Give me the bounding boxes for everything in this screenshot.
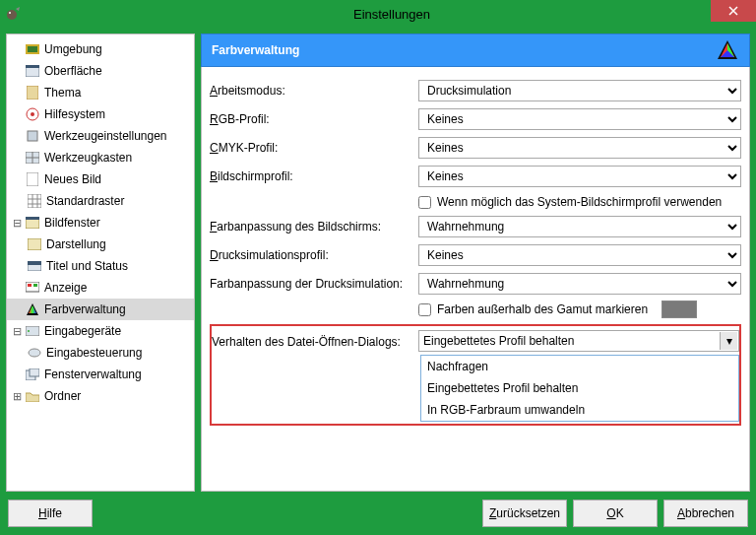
input-devices-icon	[25, 323, 40, 339]
rgb-label: RGB-Profil:	[210, 112, 418, 126]
screenadj-label: Farbanpassung des Bildschirms:	[210, 220, 418, 234]
theme-icon	[25, 85, 40, 100]
highlighted-dropdown-area: Verhalten des Datei-Öffnen-Dialogs: Eing…	[210, 324, 741, 426]
printsim-select[interactable]: Keines	[418, 244, 741, 266]
expander-icon[interactable]: ⊟	[11, 217, 23, 230]
openfile-current: Eingebettetes Profil behalten	[423, 334, 574, 348]
sidebar-item-farbverwaltung[interactable]: Farbverwaltung	[7, 299, 194, 320]
button-bar: Hilfe Zurücksetzen OK Abbrechen	[6, 492, 750, 529]
rgb-select[interactable]: Keines	[418, 108, 741, 130]
svg-rect-3	[28, 46, 37, 52]
color-mgmt-icon	[25, 301, 40, 317]
section-title: Farbverwaltung	[212, 43, 299, 57]
expander-icon[interactable]: ⊞	[11, 390, 23, 403]
svg-rect-14	[28, 194, 41, 208]
chevron-down-icon: ▾	[720, 332, 737, 350]
sidebar-item-titelstatus[interactable]: Titel und Status	[7, 255, 194, 277]
screen-select[interactable]: Keines	[418, 166, 741, 187]
gamut-label: Farben außerhalb des Gamut markieren	[437, 302, 648, 316]
sidebar-item-bildfenster[interactable]: ⊟Bildfenster	[7, 212, 194, 234]
color-triangle-icon	[716, 38, 739, 62]
svg-point-1	[9, 12, 11, 14]
svg-point-26	[28, 330, 30, 332]
svg-point-0	[7, 10, 17, 20]
svg-rect-22	[33, 284, 37, 287]
svg-rect-29	[30, 368, 39, 376]
openfile-dropdown-list: Nachfragen Eingebettetes Profil behalten…	[420, 355, 739, 422]
sidebar-item-anzeige[interactable]: Anzeige	[7, 277, 194, 299]
ok-button[interactable]: OK	[573, 500, 658, 527]
sidebar-item-werkzeugeinst[interactable]: Werkzeugeinstellungen	[7, 125, 194, 147]
help-button[interactable]: Hilfe	[8, 500, 93, 527]
system-profile-checkbox[interactable]	[418, 196, 431, 209]
sidebar-item-werkzeugkasten[interactable]: Werkzeugkasten	[7, 147, 194, 168]
grid-icon	[27, 193, 42, 209]
gamut-color-swatch[interactable]	[662, 301, 697, 318]
openfile-option[interactable]: Nachfragen	[421, 356, 738, 377]
appearance-icon	[27, 236, 42, 252]
sidebar-item-umgebung[interactable]: Umgebung	[7, 38, 194, 60]
title-icon	[27, 258, 42, 274]
svg-rect-17	[28, 238, 41, 250]
reset-button[interactable]: Zurücksetzen	[482, 500, 567, 527]
mode-select[interactable]: Drucksimulation	[418, 80, 741, 101]
sidebar-item-eingabesteuerung[interactable]: Eingabesteuerung	[7, 342, 194, 364]
svg-point-8	[31, 112, 34, 116]
close-button[interactable]	[711, 0, 756, 22]
close-icon	[728, 6, 738, 16]
env-icon	[25, 41, 40, 57]
openfile-select[interactable]: Eingebettetes Profil behalten ▾	[418, 330, 739, 352]
sidebar-item-thema[interactable]: Thema	[7, 82, 194, 103]
svg-rect-19	[28, 261, 41, 265]
app-icon	[6, 6, 22, 22]
sidebar-item-hilfesystem[interactable]: Hilfesystem	[7, 103, 194, 125]
sidebar-item-oberflaeche[interactable]: Oberfläche	[7, 60, 194, 82]
new-image-icon	[25, 171, 40, 187]
folder-icon	[25, 388, 40, 404]
image-window-icon	[25, 215, 40, 231]
window-mgmt-icon	[25, 367, 40, 382]
sidebar: Umgebung Oberfläche Thema Hilfesystem We…	[6, 33, 195, 492]
cmyk-select[interactable]: Keines	[418, 137, 741, 159]
toolbox-icon	[25, 150, 40, 166]
printadj-label: Farbanpassung der Drucksimulation:	[210, 277, 418, 291]
expander-icon[interactable]: ⊟	[11, 325, 23, 338]
sidebar-item-darstellung[interactable]: Darstellung	[7, 234, 194, 255]
sidebar-item-standardraster[interactable]: Standardraster	[7, 190, 194, 212]
svg-rect-6	[27, 86, 38, 100]
svg-rect-13	[27, 172, 38, 186]
screenadj-select[interactable]: Wahrnehmung	[418, 216, 741, 237]
form-panel: Arbeitsmodus:Drucksimulation RGB-Profil:…	[201, 67, 750, 492]
window-title: Einstellungen	[28, 7, 756, 22]
svg-rect-9	[28, 131, 37, 141]
help-icon	[25, 106, 40, 122]
input-ctrl-icon	[27, 345, 42, 361]
screen-label: Bildschirmprofil:	[210, 169, 418, 183]
tool-settings-icon	[25, 128, 40, 144]
svg-rect-16	[26, 217, 39, 220]
mode-label: Arbeitsmodus:	[210, 84, 418, 98]
openfile-option[interactable]: Eingebettetes Profil behalten	[421, 377, 738, 399]
sidebar-item-fensterverwaltung[interactable]: Fensterverwaltung	[7, 364, 194, 385]
titlebar: Einstellungen	[0, 0, 756, 28]
printadj-select[interactable]: Wahrnehmung	[418, 273, 741, 295]
ui-icon	[25, 63, 40, 79]
sidebar-item-ordner[interactable]: ⊞Ordner	[7, 385, 194, 407]
cmyk-label: CMYK-Profil:	[210, 141, 418, 155]
openfile-option[interactable]: In RGB-Farbraum umwandeln	[421, 399, 738, 421]
svg-rect-21	[28, 284, 32, 287]
section-header: Farbverwaltung	[201, 33, 750, 67]
gamut-checkbox[interactable]	[418, 303, 431, 316]
sidebar-item-neuesbild[interactable]: Neues Bild	[7, 168, 194, 190]
display-icon	[25, 280, 40, 296]
system-profile-label: Wenn möglich das System-Bildschirmprofil…	[437, 195, 722, 209]
svg-rect-5	[26, 65, 39, 68]
svg-point-27	[29, 349, 40, 357]
sidebar-item-eingabegeraete[interactable]: ⊟Eingabegeräte	[7, 320, 194, 342]
printsim-label: Drucksimulationsprofil:	[210, 248, 418, 262]
openfile-label: Verhalten des Datei-Öffnen-Dialogs:	[212, 335, 418, 349]
cancel-button[interactable]: Abbrechen	[663, 500, 748, 527]
